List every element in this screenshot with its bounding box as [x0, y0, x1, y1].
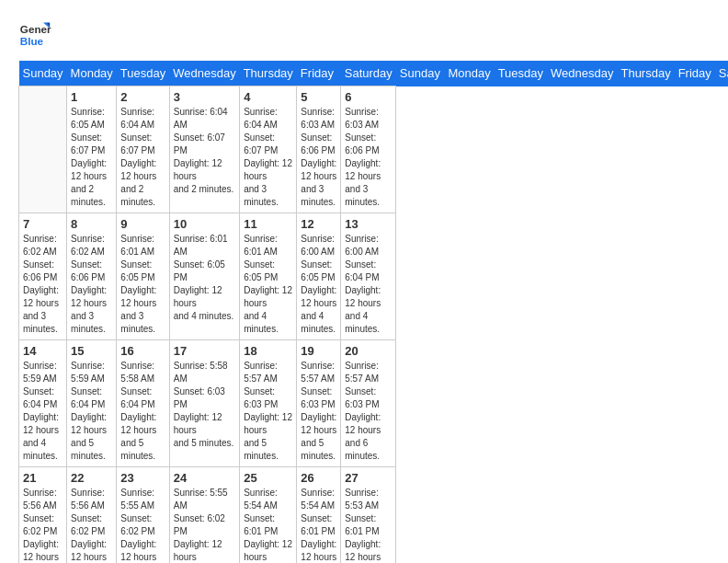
calendar-cell: 5Sunrise: 6:03 AM Sunset: 6:06 PM Daylig…	[297, 86, 341, 213]
day-info: Sunrise: 6:05 AM Sunset: 6:07 PM Dayligh…	[71, 106, 112, 209]
calendar-cell: 7Sunrise: 6:02 AM Sunset: 6:06 PM Daylig…	[19, 213, 67, 340]
day-info: Sunrise: 5:55 AM Sunset: 6:02 PM Dayligh…	[120, 487, 165, 563]
day-number: 7	[23, 217, 63, 231]
calendar-week-2: 14Sunrise: 5:59 AM Sunset: 6:04 PM Dayli…	[19, 340, 729, 467]
calendar-cell: 16Sunrise: 5:58 AM Sunset: 6:04 PM Dayli…	[117, 340, 169, 467]
day-info: Sunrise: 6:03 AM Sunset: 6:06 PM Dayligh…	[345, 106, 392, 209]
day-number: 20	[345, 344, 392, 358]
day-info: Sunrise: 5:54 AM Sunset: 6:01 PM Dayligh…	[301, 487, 336, 563]
day-info: Sunrise: 6:01 AM Sunset: 6:05 PM Dayligh…	[120, 233, 165, 336]
calendar-cell: 18Sunrise: 5:57 AM Sunset: 6:03 PM Dayli…	[240, 340, 297, 467]
day-number: 19	[301, 344, 336, 358]
calendar-cell: 17Sunrise: 5:58 AM Sunset: 6:03 PM Dayli…	[169, 340, 239, 467]
calendar-cell: 1Sunrise: 6:05 AM Sunset: 6:07 PM Daylig…	[67, 86, 117, 213]
day-info: Sunrise: 5:59 AM Sunset: 6:04 PM Dayligh…	[71, 360, 112, 463]
calendar-cell: 8Sunrise: 6:02 AM Sunset: 6:06 PM Daylig…	[67, 213, 117, 340]
day-info: Sunrise: 5:53 AM Sunset: 6:01 PM Dayligh…	[345, 487, 392, 563]
day-info: Sunrise: 5:54 AM Sunset: 6:01 PM Dayligh…	[244, 487, 292, 563]
day-header-monday: Monday	[67, 61, 117, 86]
calendar-header-row: SundayMondayTuesdayWednesdayThursdayFrid…	[19, 61, 729, 86]
day-header-wednesday: Wednesday	[547, 61, 617, 86]
day-info: Sunrise: 5:57 AM Sunset: 6:03 PM Dayligh…	[345, 360, 392, 463]
day-info: Sunrise: 6:01 AM Sunset: 6:05 PM Dayligh…	[174, 233, 235, 323]
logo: General Blue	[18, 18, 55, 52]
day-info: Sunrise: 6:00 AM Sunset: 6:04 PM Dayligh…	[345, 233, 392, 336]
day-header-saturday: Saturday	[715, 61, 728, 86]
day-info: Sunrise: 5:56 AM Sunset: 6:02 PM Dayligh…	[71, 487, 112, 563]
day-header-sunday: Sunday	[396, 61, 445, 86]
day-number: 3	[174, 90, 235, 104]
calendar-cell: 4Sunrise: 6:04 AM Sunset: 6:07 PM Daylig…	[240, 86, 297, 213]
day-number: 17	[174, 344, 235, 358]
calendar-cell: 11Sunrise: 6:01 AM Sunset: 6:05 PM Dayli…	[240, 213, 297, 340]
calendar-cell: 13Sunrise: 6:00 AM Sunset: 6:04 PM Dayli…	[341, 213, 396, 340]
calendar-week-1: 7Sunrise: 6:02 AM Sunset: 6:06 PM Daylig…	[19, 213, 729, 340]
day-info: Sunrise: 5:57 AM Sunset: 6:03 PM Dayligh…	[244, 360, 292, 463]
day-info: Sunrise: 6:02 AM Sunset: 6:06 PM Dayligh…	[23, 233, 63, 336]
day-number: 22	[71, 471, 112, 485]
calendar-cell: 12Sunrise: 6:00 AM Sunset: 6:05 PM Dayli…	[297, 213, 341, 340]
calendar-table: SundayMondayTuesdayWednesdayThursdayFrid…	[18, 61, 728, 563]
calendar-cell: 20Sunrise: 5:57 AM Sunset: 6:03 PM Dayli…	[341, 340, 396, 467]
day-info: Sunrise: 5:58 AM Sunset: 6:03 PM Dayligh…	[174, 360, 235, 450]
calendar-cell: 24Sunrise: 5:55 AM Sunset: 6:02 PM Dayli…	[169, 467, 239, 564]
day-number: 6	[345, 90, 392, 104]
day-number: 26	[301, 471, 336, 485]
day-number: 4	[244, 90, 292, 104]
day-number: 10	[174, 217, 235, 231]
day-header-friday: Friday	[675, 61, 715, 86]
calendar-cell: 2Sunrise: 6:04 AM Sunset: 6:07 PM Daylig…	[117, 86, 169, 213]
day-number: 12	[301, 217, 336, 231]
calendar-cell: 23Sunrise: 5:55 AM Sunset: 6:02 PM Dayli…	[117, 467, 169, 564]
day-header-monday: Monday	[444, 61, 494, 86]
day-number: 8	[71, 217, 112, 231]
calendar-cell: 14Sunrise: 5:59 AM Sunset: 6:04 PM Dayli…	[19, 340, 67, 467]
day-header-saturday: Saturday	[341, 61, 396, 86]
day-header-sunday: Sunday	[19, 61, 67, 86]
day-number: 1	[71, 90, 112, 104]
day-number: 23	[120, 471, 165, 485]
day-header-friday: Friday	[297, 61, 341, 86]
calendar-cell	[19, 86, 67, 213]
day-info: Sunrise: 5:56 AM Sunset: 6:02 PM Dayligh…	[23, 487, 63, 563]
day-number: 14	[23, 344, 63, 358]
calendar-week-3: 21Sunrise: 5:56 AM Sunset: 6:02 PM Dayli…	[19, 467, 729, 564]
day-info: Sunrise: 5:58 AM Sunset: 6:04 PM Dayligh…	[120, 360, 165, 463]
calendar-cell: 26Sunrise: 5:54 AM Sunset: 6:01 PM Dayli…	[297, 467, 341, 564]
day-number: 18	[244, 344, 292, 358]
day-header-tuesday: Tuesday	[495, 61, 547, 86]
day-info: Sunrise: 6:04 AM Sunset: 6:07 PM Dayligh…	[174, 106, 235, 196]
calendar-cell: 6Sunrise: 6:03 AM Sunset: 6:06 PM Daylig…	[341, 86, 396, 213]
day-info: Sunrise: 6:02 AM Sunset: 6:06 PM Dayligh…	[71, 233, 112, 336]
day-info: Sunrise: 5:57 AM Sunset: 6:03 PM Dayligh…	[301, 360, 336, 463]
day-number: 5	[301, 90, 336, 104]
calendar-cell: 27Sunrise: 5:53 AM Sunset: 6:01 PM Dayli…	[341, 467, 396, 564]
day-header-tuesday: Tuesday	[117, 61, 169, 86]
day-number: 15	[71, 344, 112, 358]
day-info: Sunrise: 6:00 AM Sunset: 6:05 PM Dayligh…	[301, 233, 336, 336]
day-info: Sunrise: 6:04 AM Sunset: 6:07 PM Dayligh…	[120, 106, 165, 209]
day-number: 25	[244, 471, 292, 485]
calendar-cell: 9Sunrise: 6:01 AM Sunset: 6:05 PM Daylig…	[117, 213, 169, 340]
day-header-thursday: Thursday	[240, 61, 297, 86]
calendar-cell: 3Sunrise: 6:04 AM Sunset: 6:07 PM Daylig…	[169, 86, 239, 213]
day-number: 11	[244, 217, 292, 231]
calendar-cell: 21Sunrise: 5:56 AM Sunset: 6:02 PM Dayli…	[19, 467, 67, 564]
day-header-thursday: Thursday	[617, 61, 674, 86]
day-number: 13	[345, 217, 392, 231]
day-info: Sunrise: 6:03 AM Sunset: 6:06 PM Dayligh…	[301, 106, 336, 209]
calendar-cell: 25Sunrise: 5:54 AM Sunset: 6:01 PM Dayli…	[240, 467, 297, 564]
day-info: Sunrise: 6:04 AM Sunset: 6:07 PM Dayligh…	[244, 106, 292, 209]
day-number: 9	[120, 217, 165, 231]
day-number: 27	[345, 471, 392, 485]
day-number: 21	[23, 471, 63, 485]
calendar-cell: 10Sunrise: 6:01 AM Sunset: 6:05 PM Dayli…	[169, 213, 239, 340]
page-header: General Blue	[18, 18, 710, 52]
day-info: Sunrise: 5:59 AM Sunset: 6:04 PM Dayligh…	[23, 360, 63, 463]
calendar-cell: 15Sunrise: 5:59 AM Sunset: 6:04 PM Dayli…	[67, 340, 117, 467]
day-number: 16	[120, 344, 165, 358]
day-info: Sunrise: 6:01 AM Sunset: 6:05 PM Dayligh…	[244, 233, 292, 336]
logo-icon: General Blue	[18, 18, 51, 52]
calendar-cell: 22Sunrise: 5:56 AM Sunset: 6:02 PM Dayli…	[67, 467, 117, 564]
calendar-week-0: 1Sunrise: 6:05 AM Sunset: 6:07 PM Daylig…	[19, 86, 729, 213]
